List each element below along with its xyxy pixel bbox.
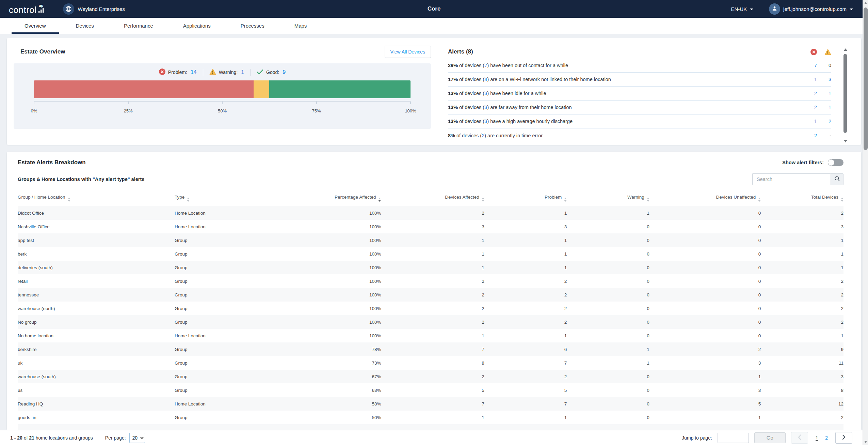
group-name-link[interactable]: warehouse (south) [18, 370, 175, 383]
problem-cell[interactable]: 7 [484, 356, 567, 370]
problem-cell[interactable]: 1 [484, 329, 567, 342]
group-name-link[interactable]: goods_in [18, 411, 175, 424]
devices-affected-cell[interactable]: 8 [381, 356, 484, 370]
user-menu[interactable]: jeff.johnson@controlup.com [769, 3, 853, 15]
problem-cell[interactable]: 1 [484, 261, 567, 274]
alert-device-count-link[interactable]: 3 [484, 91, 487, 96]
devices-affected-cell[interactable]: 2 [381, 315, 484, 329]
tab-applications[interactable]: Applications [168, 18, 226, 34]
alert-device-count-link[interactable]: 4 [484, 77, 487, 82]
alert-device-count-link[interactable]: 7 [484, 63, 487, 68]
column-header-problem[interactable]: Problem [484, 191, 567, 206]
alert-problem-count[interactable]: 2 [803, 91, 817, 96]
devices-affected-cell[interactable]: 7 [381, 342, 484, 356]
next-page-button[interactable] [835, 432, 852, 444]
tab-overview[interactable]: Overview [10, 18, 61, 34]
total-devices-cell[interactable]: 2 [761, 302, 843, 315]
group-name-link[interactable]: Didcot Office [18, 206, 175, 220]
group-name-link[interactable]: No group [18, 315, 175, 329]
total-devices-cell[interactable]: 1 [761, 247, 843, 261]
page-2[interactable]: 2 [825, 435, 828, 441]
page-scrollbar[interactable] [863, 0, 868, 445]
devices-affected-cell[interactable]: 1 [381, 329, 484, 342]
alert-problem-count[interactable]: 7 [803, 63, 817, 68]
devices-affected-cell[interactable]: 2 [381, 206, 484, 220]
group-name-link[interactable]: tennessee [18, 288, 175, 302]
column-header-warning[interactable]: Warning [567, 191, 649, 206]
devices-unaffected-cell[interactable]: 1 [649, 411, 761, 424]
devices-affected-cell[interactable]: 2 [381, 370, 484, 383]
column-header-devices-affected[interactable]: Devices Affected [381, 191, 484, 206]
problem-cell[interactable]: 2 [484, 274, 567, 288]
total-devices-cell[interactable]: 3 [761, 370, 843, 383]
go-button[interactable]: Go [754, 432, 786, 443]
devices-affected-cell[interactable]: 1 [381, 233, 484, 247]
total-devices-cell[interactable]: 11 [761, 356, 843, 370]
group-name-link[interactable]: Reading HQ [18, 397, 175, 411]
total-devices-cell[interactable]: 8 [761, 383, 843, 397]
problem-cell[interactable]: 2 [484, 302, 567, 315]
alert-problem-count[interactable]: 2 [803, 133, 817, 138]
problem-cell[interactable]: 7 [484, 397, 567, 411]
alert-device-count-link[interactable]: 3 [484, 105, 487, 110]
problem-cell[interactable]: 1 [484, 233, 567, 247]
previous-page-button[interactable] [791, 432, 808, 444]
total-devices-cell[interactable]: 3 [761, 220, 843, 233]
alert-problem-count[interactable]: 1 [803, 77, 817, 82]
problem-cell[interactable]: 1 [484, 206, 567, 220]
devices-unaffected-cell[interactable]: 1 [649, 370, 761, 383]
problem-cell[interactable]: 1 [484, 247, 567, 261]
devices-affected-cell[interactable]: 2 [381, 274, 484, 288]
column-header-type[interactable]: Type [175, 191, 261, 206]
scroll-up-icon[interactable] [864, 2, 867, 4]
group-name-link[interactable]: berk [18, 247, 175, 261]
total-devices-cell[interactable]: 9 [761, 342, 843, 356]
jump-to-page-input[interactable] [718, 433, 749, 443]
devices-unaffected-cell[interactable]: 2 [649, 342, 761, 356]
devices-unaffected-cell[interactable]: 3 [649, 383, 761, 397]
alert-problem-count[interactable]: 2 [803, 105, 817, 110]
warning-cell[interactable]: 1 [567, 356, 649, 370]
total-devices-cell[interactable]: 2 [761, 274, 843, 288]
legend-count-link[interactable]: 9 [283, 69, 286, 75]
page-scrollbar-thumb[interactable] [864, 7, 868, 150]
organization-switcher[interactable]: Weyland Enterprises [63, 3, 125, 15]
problem-cell[interactable]: 2 [484, 288, 567, 302]
total-devices-cell[interactable]: 12 [761, 397, 843, 411]
legend-count-link[interactable]: 14 [191, 69, 197, 75]
group-name-link[interactable]: app test [18, 233, 175, 247]
group-name-link[interactable]: retail [18, 274, 175, 288]
search-button[interactable] [831, 173, 843, 185]
devices-affected-cell[interactable]: 1 [381, 261, 484, 274]
group-name-link[interactable]: us [18, 383, 175, 397]
devices-affected-cell[interactable]: 1 [381, 411, 484, 424]
alerts-scrollbar[interactable] [843, 48, 848, 142]
view-all-devices-button[interactable]: View All Devices [385, 46, 431, 58]
language-selector[interactable]: EN-UK [731, 6, 753, 12]
devices-affected-cell[interactable]: 2 [381, 302, 484, 315]
tab-devices[interactable]: Devices [61, 18, 109, 34]
page-1[interactable]: 1 [816, 435, 818, 441]
problem-cell[interactable]: 3 [484, 220, 567, 233]
total-devices-cell[interactable]: 2 [761, 288, 843, 302]
devices-affected-cell[interactable]: 1 [381, 247, 484, 261]
total-devices-cell[interactable]: 2 [761, 206, 843, 220]
total-devices-cell[interactable]: 1 [761, 233, 843, 247]
column-header-devices-unaffected[interactable]: Devices Unaffected [649, 191, 761, 206]
group-name-link[interactable]: deliveries (south) [18, 261, 175, 274]
devices-affected-cell[interactable]: 7 [381, 397, 484, 411]
devices-affected-cell[interactable]: 5 [381, 383, 484, 397]
warning-cell[interactable]: 1 [567, 206, 649, 220]
alert-warning-count[interactable]: 1 [817, 91, 831, 96]
group-name-link[interactable]: warehouse (north) [18, 302, 175, 315]
alert-problem-count[interactable]: 1 [803, 119, 817, 124]
total-devices-cell[interactable]: 1 [761, 261, 843, 274]
group-name-link[interactable]: berkshire [18, 342, 175, 356]
problem-cell[interactable]: 6 [484, 342, 567, 356]
alert-warning-count[interactable]: 2 [817, 119, 831, 124]
column-header-percentage-affected[interactable]: Percentage Affected [261, 191, 381, 206]
problem-cell[interactable]: 2 [484, 315, 567, 329]
scroll-down-icon[interactable] [844, 140, 847, 142]
total-devices-cell[interactable]: 2 [761, 315, 843, 329]
search-input[interactable] [752, 173, 831, 185]
